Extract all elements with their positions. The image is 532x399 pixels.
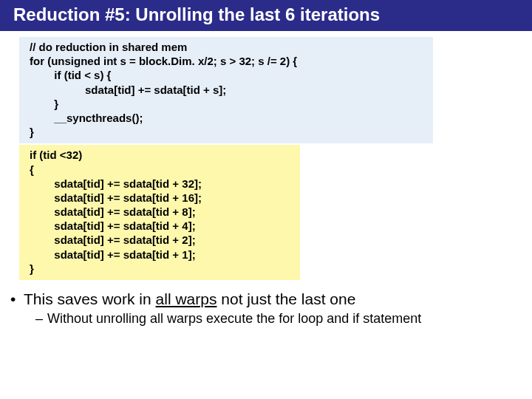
bullet-text-pre: This saves work in — [24, 290, 156, 307]
code-line: // do reduction in shared mem — [30, 40, 423, 54]
bullet-dot-icon: • — [10, 290, 24, 308]
code-line: sdata[tid] += sdata[tid + 16]; — [30, 191, 290, 205]
code-line: } — [30, 262, 290, 276]
code-block-loop: // do reduction in shared mem for (unsig… — [19, 37, 433, 143]
code-line: } — [30, 125, 423, 139]
bullet-level-2: –Without unrolling all warps execute the… — [35, 311, 532, 327]
bullet-text: Without unrolling all warps execute the … — [47, 311, 421, 326]
code-line: { — [30, 163, 290, 177]
slide-content: // do reduction in shared mem for (unsig… — [0, 31, 532, 327]
bullet-text-post: not just the last one — [216, 290, 355, 307]
code-line: sdata[tid] += sdata[tid + 8]; — [30, 205, 290, 219]
code-line: sdata[tid] += sdata[tid + s]; — [30, 83, 423, 97]
code-line: for (unsigned int s = block.Dim. x/2; s … — [30, 54, 423, 68]
bullet-list: •This saves work in all warps not just t… — [10, 290, 532, 327]
code-line: } — [30, 97, 423, 111]
bullet-level-1: •This saves work in all warps not just t… — [10, 290, 532, 308]
code-line: __syncthreads(); — [30, 111, 423, 125]
code-block-unrolled: if (tid <32) { sdata[tid] += sdata[tid +… — [19, 145, 300, 280]
code-line: sdata[tid] += sdata[tid + 2]; — [30, 233, 290, 247]
bullet-dash-icon: – — [35, 311, 47, 327]
bullet-text-underlined: all warps — [156, 290, 217, 307]
code-line: if (tid <32) — [30, 148, 290, 162]
code-line: sdata[tid] += sdata[tid + 4]; — [30, 219, 290, 233]
code-line: if (tid < s) { — [30, 68, 423, 82]
slide-title: Reduction #5: Unrolling the last 6 itera… — [0, 0, 532, 31]
code-line: sdata[tid] += sdata[tid + 1]; — [30, 248, 290, 262]
code-line: sdata[tid] += sdata[tid + 32]; — [30, 177, 290, 191]
